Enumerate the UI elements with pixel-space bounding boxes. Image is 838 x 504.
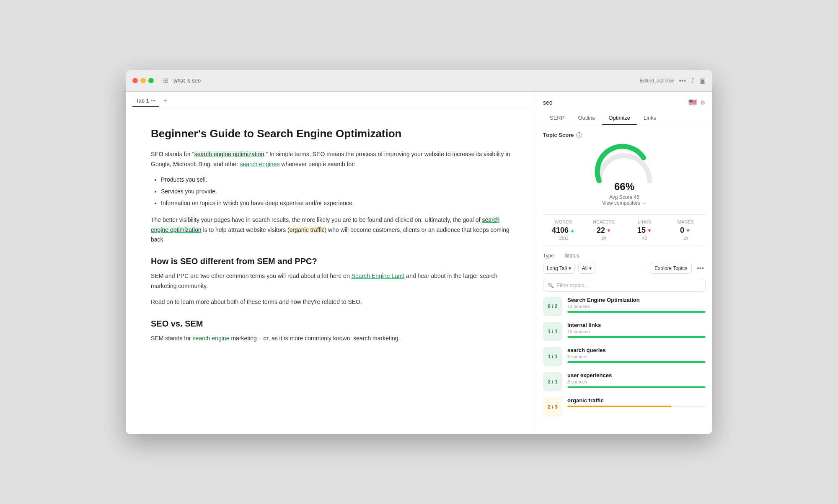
- links-value-row: 15 ▼: [624, 226, 665, 235]
- links-value: 15: [637, 226, 646, 235]
- stat-images: IMAGES 0 ▼ 10: [665, 220, 706, 241]
- chevron-down-icon-2: ▾: [589, 265, 592, 271]
- topic-bar-fill-user-experiences: [567, 386, 706, 388]
- topic-bar-fill-organic-traffic: [567, 406, 671, 407]
- settings-icon[interactable]: ⚙: [700, 99, 706, 106]
- stat-links: LINKS 15 ▼ 43: [624, 220, 665, 241]
- edited-status: Edited just now: [640, 78, 674, 84]
- stat-headers: HEADERS 22 ▼ 24: [584, 220, 624, 241]
- images-sub: 10: [665, 236, 706, 241]
- share-icon[interactable]: ⤴: [691, 77, 694, 85]
- topic-item-search-engine-optimization: 6 / 2 Search Engine Optimization 13 sour…: [543, 297, 706, 316]
- headers-label: HEADERS: [584, 220, 624, 224]
- tab-links[interactable]: Links: [637, 111, 663, 125]
- highlight-search-engine-land: Search Engine Land: [352, 273, 405, 279]
- topic-score-section: Topic Score i 66% Avg Score 45: [543, 132, 706, 206]
- images-value-row: 0 ▼: [665, 226, 706, 235]
- sidebar-right-icon[interactable]: ▣: [699, 77, 706, 85]
- topic-sources-search-queries: 8 sources: [567, 354, 706, 359]
- paragraph-4: Read on to learn more about both of thes…: [151, 297, 511, 307]
- filter-input-container: 🔍: [543, 279, 706, 292]
- topic-bar-bg-user-experiences: [567, 386, 706, 388]
- topic-info-organic-traffic: organic traffic: [567, 397, 706, 407]
- titlebar: ⊞ what is seo Edited just now ••• ⤴ ▣: [126, 70, 712, 92]
- gauge-value: 66%: [614, 181, 634, 193]
- editor-panel: Tab 1 ••• + Beginner's Guide to Search E…: [126, 92, 536, 434]
- headers-sub: 24: [584, 236, 624, 241]
- flag-icon: 🇺🇸: [688, 98, 697, 106]
- view-competitors-link[interactable]: View competitors →: [602, 200, 647, 206]
- sidebar-toggle-icon[interactable]: ⊞: [163, 77, 168, 85]
- headers-value-row: 22 ▼: [584, 226, 624, 235]
- topic-badge-user-experiences: 2 / 1: [543, 372, 562, 391]
- explore-topics-button[interactable]: Explore Topics: [650, 263, 692, 274]
- topic-bar-bg-seo: [567, 311, 706, 313]
- highlight-organic-traffic: organic traffic: [290, 226, 325, 233]
- gauge-container: 66% Avg Score 45 View competitors →: [543, 143, 706, 206]
- paragraph-5: SEM stands for search engine marketing –…: [151, 334, 511, 344]
- tab-1-label: Tab 1: [136, 98, 149, 104]
- maximize-button[interactable]: [148, 78, 154, 83]
- stat-words: WORDS 4106 ▲ 3302: [543, 220, 584, 241]
- filter-type-row: Type Status: [543, 253, 706, 259]
- heading-seo-vs-sem: SEO vs. SEM: [151, 319, 511, 329]
- seo-header: 🇺🇸 ⚙ SERP Outline Optimize Links: [536, 92, 712, 125]
- close-button[interactable]: [132, 78, 138, 83]
- words-sub: 3302: [543, 236, 584, 241]
- chevron-down-icon: ▾: [569, 265, 571, 271]
- add-tab-button[interactable]: +: [160, 95, 169, 106]
- filter-topics-input[interactable]: [556, 282, 701, 288]
- tab-1[interactable]: Tab 1 •••: [132, 95, 159, 107]
- images-label: IMAGES: [665, 220, 706, 224]
- topic-item-user-experiences: 2 / 1 user experiences 8 sources: [543, 372, 706, 391]
- tab-optimize[interactable]: Optimize: [602, 111, 637, 125]
- paragraph-2: The better visibility your pages have in…: [151, 215, 511, 245]
- topic-item-internal-links: 1 / 1 internal links 10 sources: [543, 322, 706, 341]
- type-filter[interactable]: Long Tail ▾: [543, 263, 575, 274]
- search-icon: 🔍: [548, 283, 554, 288]
- tab-outline[interactable]: Outline: [571, 111, 602, 125]
- seo-search-row: 🇺🇸 ⚙: [543, 98, 706, 106]
- topic-sources-user-experiences: 8 sources: [567, 379, 706, 384]
- more-icon[interactable]: •••: [679, 77, 686, 85]
- topic-info-search-queries: search queries 8 sources: [567, 347, 706, 363]
- topic-info-internal-links: internal links 10 sources: [567, 322, 706, 338]
- content-area: Tab 1 ••• + Beginner's Guide to Search E…: [126, 92, 712, 434]
- topic-badge-organic-traffic: 2 / 3: [543, 397, 562, 417]
- topic-name-user-experiences: user experiences: [567, 372, 706, 378]
- topic-bar-fill-search-queries: [567, 361, 706, 363]
- topic-badge-internal-links: 1 / 1: [543, 322, 562, 341]
- headers-value: 22: [597, 226, 605, 235]
- filter-row: Long Tail ▾ All ▾ Explore Topics •••: [543, 263, 706, 274]
- topic-badge-search-queries: 1 / 1: [543, 347, 562, 366]
- topic-score-label: Topic Score i: [543, 132, 706, 138]
- status-filter-value: All: [582, 265, 587, 271]
- topic-bar-bg-internal-links: [567, 336, 706, 338]
- more-options-button[interactable]: •••: [695, 263, 706, 274]
- type-filter-value: Long Tail: [547, 265, 567, 271]
- type-label: Type: [543, 253, 554, 259]
- words-value-row: 4106 ▲: [543, 226, 584, 235]
- highlight-seo-term-2: search engine optimization: [151, 216, 499, 233]
- titlebar-right: Edited just now ••• ⤴ ▣: [640, 77, 706, 85]
- topic-bar-bg-search-queries: [567, 361, 706, 363]
- avg-score: Avg Score 45: [609, 194, 639, 200]
- tab-more-icon[interactable]: •••: [151, 98, 156, 103]
- images-arrow-down-icon: ▼: [685, 228, 691, 234]
- words-arrow-up-icon: ▲: [570, 228, 575, 234]
- topic-name-organic-traffic: organic traffic: [567, 397, 706, 404]
- bullet-list: Products you sell. Services you provide.…: [161, 175, 511, 208]
- topic-bar-bg-organic-traffic: [567, 406, 706, 407]
- bullet-2: Services you provide.: [161, 187, 511, 197]
- bullet-3: Information on topics in which you have …: [161, 198, 511, 208]
- topic-sources-seo: 13 sources: [567, 304, 706, 309]
- status-filter[interactable]: All ▾: [578, 263, 595, 274]
- seo-search-input[interactable]: [543, 99, 616, 106]
- tab-serp[interactable]: SERP: [543, 111, 571, 125]
- topic-info-seo: Search Engine Optimization 13 sources: [567, 297, 706, 313]
- topic-name-seo: Search Engine Optimization: [567, 297, 706, 303]
- info-icon[interactable]: i: [576, 132, 582, 138]
- document-title: what is seo: [173, 77, 201, 84]
- status-label: Status: [565, 253, 579, 259]
- minimize-button[interactable]: [140, 78, 146, 83]
